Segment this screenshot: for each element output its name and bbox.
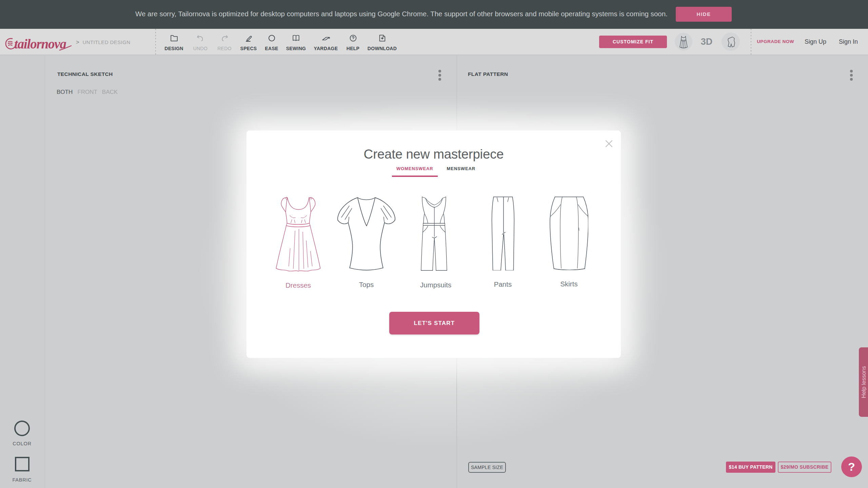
svg-text:tailornova: tailornova: [14, 37, 66, 51]
